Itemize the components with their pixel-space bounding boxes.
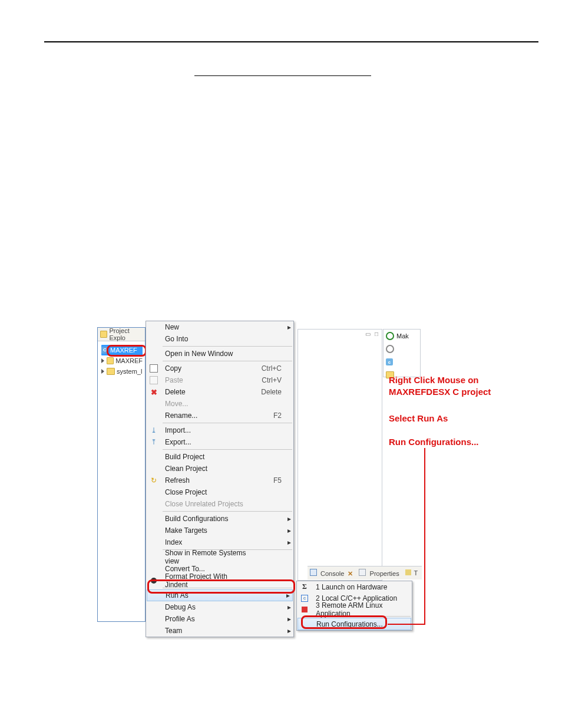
sigma-icon: Σ: [302, 582, 307, 591]
delete-icon: ✖: [151, 388, 157, 397]
annotation-text-3: Run Configurations...: [389, 436, 478, 448]
menu-make-targets[interactable]: Make Targets▸: [146, 525, 293, 536]
radio-icon: [386, 345, 394, 353]
jindent-icon: [151, 578, 157, 584]
menu-move: Move...: [146, 398, 293, 410]
make-panel-label: Mak: [396, 332, 409, 340]
remote-app-icon: [302, 607, 308, 612]
context-menu: New▸ Go Into Open in New Window CopyCtrl…: [146, 321, 294, 637]
make-panel-option[interactable]: [384, 342, 420, 355]
project-explorer-panel: Project Explo C MAXREF MAXREF system_l: [97, 327, 146, 622]
annotation-text-2: Select Run As: [389, 413, 448, 424]
menu-new[interactable]: New▸: [146, 321, 293, 333]
export-icon: ⤒: [151, 438, 157, 446]
project-explorer-tab[interactable]: Project Explo: [98, 328, 145, 341]
menu-go-into[interactable]: Go Into: [146, 333, 293, 345]
console-tab[interactable]: Console ✕: [310, 569, 353, 578]
menu-import[interactable]: ⤓ Import...: [146, 424, 293, 436]
tree-item-maxref-selected[interactable]: C MAXREF: [101, 345, 143, 355]
menu-separator: [163, 423, 292, 423]
project-explorer-title: Project Explo: [109, 327, 143, 341]
panel-min-max-icons[interactable]: ▭ □: [365, 331, 379, 337]
menu-build-configurations[interactable]: Build Configurations▸: [146, 513, 293, 525]
bottom-tab-bar: Console ✕ Properties T: [308, 566, 422, 579]
menu-index[interactable]: Index▸: [146, 536, 293, 548]
annotation-connector-vertical: [424, 448, 425, 624]
top-horizontal-rule: [44, 41, 538, 42]
menu-delete[interactable]: ✖ DeleteDelete: [146, 386, 293, 398]
properties-icon: [359, 569, 366, 576]
expand-triangle-icon: [101, 358, 104, 363]
tree-item-label: MAXREF: [115, 355, 143, 366]
menu-team[interactable]: Team▸: [146, 625, 293, 637]
tree-item-label: system_l: [117, 366, 142, 377]
extra-tab[interactable]: T: [405, 569, 418, 577]
menu-refresh[interactable]: ↻ RefreshF5: [146, 475, 293, 486]
annotation-text-1: Right Click Mouse on MAXREFDESX C projec…: [389, 374, 491, 398]
project-tree: C MAXREF MAXREF system_l: [98, 341, 145, 379]
menu-format-jindent[interactable]: Format Project With Jindent: [146, 575, 293, 587]
tree-item-label: MAXREF: [110, 345, 137, 355]
underline-rule: [194, 75, 371, 76]
c-app-icon: c: [301, 595, 308, 602]
screenshot-region: Project Explo C MAXREF MAXREF system_l: [97, 318, 521, 625]
editor-blank-panel: ▭ □: [297, 329, 382, 581]
menu-show-in-remote[interactable]: Show in Remote Systems view: [146, 551, 293, 563]
menu-paste: PasteCtrl+V: [146, 374, 293, 386]
annotation-connector-horizontal: [388, 624, 425, 625]
menu-export[interactable]: ⤒ Export...: [146, 436, 293, 448]
menu-clean-project[interactable]: Clean Project: [146, 463, 293, 475]
menu-open-new-window[interactable]: Open in New Window: [146, 348, 293, 360]
menu-separator: [163, 449, 292, 450]
properties-tab[interactable]: Properties: [359, 569, 399, 577]
menu-separator: [163, 361, 292, 361]
menu-separator: [163, 346, 292, 347]
submenu-remote-arm-linux[interactable]: 3 Remote ARM Linux Application: [297, 604, 412, 615]
make-panel: Mak c: [383, 329, 421, 377]
menu-run-as[interactable]: Run As▸: [147, 589, 293, 601]
close-icon[interactable]: ✕: [348, 570, 353, 577]
menu-close-unrelated: Close Unrelated Projects: [146, 498, 293, 510]
folder-icon: [107, 357, 114, 364]
make-panel-item[interactable]: c: [384, 355, 420, 368]
menu-debug-as[interactable]: Debug As▸: [146, 601, 293, 613]
import-icon: ⤓: [151, 426, 157, 434]
refresh-icon: ↻: [151, 476, 157, 485]
expand-triangle-icon: [101, 369, 104, 374]
tree-item-maxref[interactable]: MAXREF: [101, 355, 143, 366]
make-panel-header[interactable]: Mak: [384, 330, 420, 342]
menu-profile-as[interactable]: Profile As▸: [146, 613, 293, 625]
c-project-icon: C: [101, 347, 108, 354]
menu-rename[interactable]: Rename...F2: [146, 410, 293, 421]
target-icon: [386, 332, 394, 340]
console-icon: [310, 569, 317, 576]
menu-separator: [163, 511, 292, 512]
menu-close-project[interactable]: Close Project: [146, 486, 293, 498]
tree-item-system[interactable]: system_l: [101, 366, 143, 377]
copy-icon: [150, 364, 158, 373]
paste-icon: [150, 376, 158, 384]
submenu-launch-hardware[interactable]: Σ 1 Launch on Hardware: [297, 581, 412, 592]
menu-build-project[interactable]: Build Project: [146, 451, 293, 463]
menu-copy[interactable]: CopyCtrl+C: [146, 363, 293, 374]
tasks-icon: [405, 569, 411, 575]
c-icon: c: [386, 358, 393, 365]
folder-icon: [107, 368, 115, 375]
folder-icon: [100, 331, 107, 338]
